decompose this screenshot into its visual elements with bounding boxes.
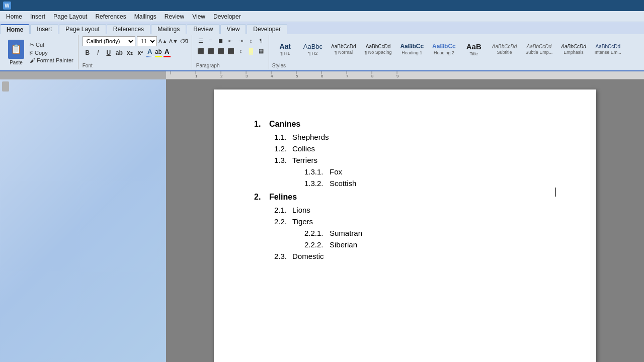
menu-home[interactable]: Home xyxy=(2,12,26,21)
align-left-button[interactable]: ⬛ xyxy=(196,46,205,55)
style-h1[interactable]: Aat ¶ H1 xyxy=(272,36,298,62)
style-emphasis[interactable]: AaBbCcDd Emphasis xyxy=(557,36,589,62)
list-text-siberian[interactable]: Siberian xyxy=(330,240,357,249)
format-painter-icon: 🖌 xyxy=(30,57,35,63)
paste-button[interactable]: 📋 Paste xyxy=(5,38,27,66)
style-no-spacing[interactable]: AaBbCcDd ¶ No Spacing xyxy=(361,36,395,62)
list-item-shepherds: 1.1. Shepherds xyxy=(274,133,556,141)
clipboard-small-buttons: ✂ Cut ⎘ Copy 🖌 Format Painter xyxy=(28,41,75,64)
align-right-button[interactable]: ⬛ xyxy=(216,46,225,55)
menu-references[interactable]: References xyxy=(91,12,130,21)
list-text-felines[interactable]: Felines xyxy=(269,193,297,202)
list-text-canines[interactable]: Canines xyxy=(269,120,300,129)
tab-mailings[interactable]: Mailings xyxy=(151,24,186,34)
list-item-scottish: 1.3.2. Scottish xyxy=(304,179,556,188)
underline-button[interactable]: U xyxy=(104,48,114,58)
style-normal[interactable]: AaBbCcDd ¶ Normal xyxy=(328,36,359,62)
ruler-mark-3: 3 xyxy=(246,74,271,78)
clear-formatting-button[interactable]: ⌫ xyxy=(180,37,189,46)
menu-review[interactable]: Review xyxy=(160,12,188,21)
numbering-button[interactable]: ≡ xyxy=(206,36,215,45)
subscript-button[interactable]: x₂ xyxy=(125,48,135,58)
style-title[interactable]: AaB Title xyxy=(461,36,487,62)
cut-icon: ✂ xyxy=(30,42,34,48)
style-subtitle-preview: AaBbCcDd xyxy=(492,44,517,49)
style-subtitle[interactable]: AaBbCcDd Subtitle xyxy=(489,36,520,62)
align-center-button[interactable]: ⬛ xyxy=(206,46,215,55)
ruler: 1 2 3 4 5 6 7 8 9 xyxy=(0,71,644,79)
tab-review[interactable]: Review xyxy=(187,24,219,34)
style-h1-label: ¶ H1 xyxy=(280,51,290,56)
list-text-tigers[interactable]: Tigers xyxy=(292,217,313,226)
font-color-button[interactable]: A xyxy=(163,47,171,58)
italic-button[interactable]: I xyxy=(93,48,103,58)
increase-indent-button[interactable]: ⇥ xyxy=(236,36,246,45)
tab-insert[interactable]: Insert xyxy=(30,24,58,34)
list-item-terriers: 1.3. Terriers xyxy=(274,156,556,164)
ruler-mark-4: 4 xyxy=(271,74,296,78)
superscript-button[interactable]: x² xyxy=(135,48,145,58)
style-h2[interactable]: AaBbc ¶ H2 xyxy=(300,36,326,62)
decrease-font-size-button[interactable]: A▼ xyxy=(169,37,178,46)
style-heading1-preview: AaBbCc xyxy=(400,43,424,50)
title-bar: W xyxy=(0,0,644,11)
sidebar-toggle[interactable] xyxy=(2,81,9,92)
menu-insert[interactable]: Insert xyxy=(26,12,49,21)
app-icon: W xyxy=(3,2,11,10)
paste-label: Paste xyxy=(10,60,23,65)
sort-button[interactable]: ↕ xyxy=(247,36,256,45)
list-num-terriers: 1.3. xyxy=(274,156,292,164)
show-formatting-button[interactable]: ¶ xyxy=(257,36,266,45)
font-name-select[interactable]: Calibri (Body) xyxy=(83,36,135,46)
cut-button[interactable]: ✂ Cut xyxy=(28,41,75,49)
tab-page-layout[interactable]: Page Layout xyxy=(59,24,106,34)
list-text-collies[interactable]: Collies xyxy=(292,144,315,153)
tab-home[interactable]: Home xyxy=(0,24,30,34)
style-heading1-label: Heading 1 xyxy=(401,50,422,55)
strikethrough-button[interactable]: ab xyxy=(114,48,124,58)
ruler-marks: 1 2 3 4 5 6 7 8 9 xyxy=(166,74,422,79)
list-text-fox[interactable]: Fox xyxy=(330,167,342,176)
menu-developer[interactable]: Developer xyxy=(209,12,245,21)
document-area[interactable]: 1. Canines 1.1. Shepherds 1.2. Collies 1… xyxy=(166,79,644,362)
tab-developer[interactable]: Developer xyxy=(247,24,287,34)
style-intense-emphasis[interactable]: AaBbCcDd Intense Em... xyxy=(591,36,625,62)
menu-mailings[interactable]: Mailings xyxy=(130,12,160,21)
list-text-scottish[interactable]: Scottish xyxy=(330,179,356,188)
menu-page-layout[interactable]: Page Layout xyxy=(49,12,91,21)
bullets-button[interactable]: ☰ xyxy=(196,36,205,45)
list-num-lions: 2.1. xyxy=(274,206,292,214)
style-heading2[interactable]: AaBbCc Heading 2 xyxy=(429,36,459,62)
text-effects-button[interactable]: A xyxy=(146,47,154,58)
style-subtle-emph-label: Subtle Emp... xyxy=(525,50,552,55)
style-normal-preview: AaBbCcDd xyxy=(331,44,356,49)
bold-button[interactable]: B xyxy=(83,48,93,58)
list-text-shepherds[interactable]: Shepherds xyxy=(292,133,329,141)
list-text-domestic[interactable]: Domestic xyxy=(292,252,324,260)
style-heading1[interactable]: AaBbCc Heading 1 xyxy=(396,36,427,62)
list-item-collies: 1.2. Collies xyxy=(274,144,556,153)
list-text-sumatran[interactable]: Sumatran xyxy=(330,229,362,237)
increase-font-size-button[interactable]: A▲ xyxy=(158,37,168,46)
shading-button[interactable]: ▓ xyxy=(247,46,256,55)
list-text-lions[interactable]: Lions xyxy=(292,206,310,214)
decrease-indent-button[interactable]: ⇤ xyxy=(226,36,235,45)
border-button[interactable]: ▦ xyxy=(257,46,266,55)
tab-view[interactable]: View xyxy=(220,24,247,34)
highlight-button[interactable]: ab xyxy=(154,48,163,58)
justify-button[interactable]: ⬛ xyxy=(226,46,235,55)
list-text-terriers[interactable]: Terriers xyxy=(292,156,317,164)
copy-button[interactable]: ⎘ Copy xyxy=(28,49,75,56)
ruler-mark-9: 9 xyxy=(396,74,422,78)
ruler-content: 1 2 3 4 5 6 7 8 9 xyxy=(166,71,644,79)
line-spacing-button[interactable]: ↕ xyxy=(236,46,246,55)
style-heading2-label: Heading 2 xyxy=(434,50,454,55)
menu-view[interactable]: View xyxy=(188,12,209,21)
font-size-select[interactable]: 11 xyxy=(137,36,157,46)
style-subtle-emphasis[interactable]: AaBbCcDd Subtle Emp... xyxy=(522,36,556,62)
multilevel-list-button[interactable]: ≣ xyxy=(216,36,225,45)
format-painter-button[interactable]: 🖌 Format Painter xyxy=(28,57,75,64)
list-num-canines: 1. xyxy=(254,120,269,129)
tab-references[interactable]: References xyxy=(107,24,150,34)
document-page[interactable]: 1. Canines 1.1. Shepherds 1.2. Collies 1… xyxy=(214,89,596,362)
